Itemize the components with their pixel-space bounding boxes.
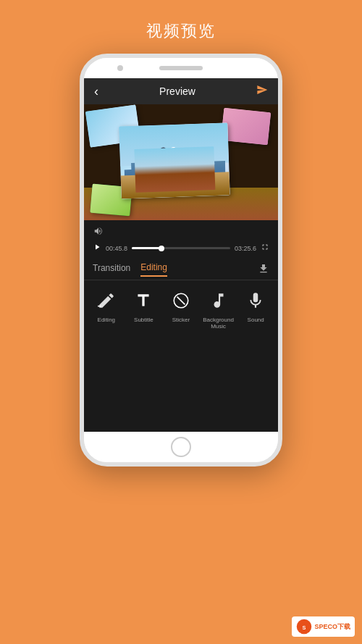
couple-silhouette [150,146,187,177]
svg-point-4 [169,147,177,154]
controls-area: 00:45.8 03:25.6 [84,220,278,258]
tool-sticker[interactable]: Sticker [163,288,199,323]
video-collage [84,104,278,220]
tool-subtitle-label: Subtitle [134,317,153,323]
edit-icon [93,288,119,314]
header-title: Preview [159,85,195,97]
phone-home-area [84,432,278,462]
volume-icon[interactable] [93,226,104,238]
tool-editing-label: Editing [98,317,115,323]
watermark-logo: S [296,619,312,635]
svg-rect-5 [171,154,177,163]
timeline-thumb [159,246,164,251]
app-header: ‹ Preview [84,78,278,104]
expand-button[interactable] [261,243,269,254]
tool-background-music-label: Background Music [203,317,234,330]
timeline-bar[interactable] [132,247,230,249]
tab-transition[interactable]: Transition [93,263,130,276]
svg-point-0 [159,147,167,154]
tool-subtitle[interactable]: Subtitle [126,288,162,323]
tool-sound[interactable]: Sound [237,288,274,323]
app-screen: ‹ Preview [84,78,278,432]
tool-editing[interactable]: Editing [88,288,125,323]
back-button[interactable]: ‹ [94,84,98,99]
music-icon [206,288,232,314]
download-button[interactable] [258,263,269,277]
tab-editing[interactable]: Editing [140,262,167,277]
text-icon [130,288,156,314]
svg-rect-2 [159,156,161,166]
share-button[interactable] [256,84,268,99]
watermark-text: SPECO下载 [314,622,350,632]
photo-card-topright [221,108,271,146]
time-start: 00:45.8 [106,245,127,252]
video-preview [84,104,278,220]
mic-icon [243,288,269,314]
tools-area: Editing Subtitle Stic [84,280,278,432]
time-end: 03:25.6 [235,245,256,252]
svg-rect-3 [167,155,169,165]
tool-sticker-label: Sticker [172,317,190,323]
timeline-row: 00:45.8 03:25.6 [93,243,269,254]
photo-card-main [119,122,230,198]
svg-rect-1 [159,154,169,167]
phone-frame: ‹ Preview [80,54,282,467]
home-button[interactable] [171,437,191,457]
phone-top-bar [84,58,278,78]
tool-background-music[interactable]: Background Music [201,288,237,330]
page-title: 视频预览 [146,20,216,42]
timeline-progress [132,247,161,249]
play-button[interactable] [93,243,101,254]
volume-row [93,226,269,238]
svg-text:S: S [303,624,306,631]
watermark: S SPECO下载 [292,616,355,637]
phone-speaker [159,66,203,70]
sticker-icon [168,288,194,314]
svg-line-7 [177,297,185,305]
phone-camera [117,65,123,71]
tabs-left: Transition Editing [93,262,167,277]
share-icon [256,84,268,96]
tabs-row: Transition Editing [84,258,278,280]
tool-sound-label: Sound [248,317,264,323]
